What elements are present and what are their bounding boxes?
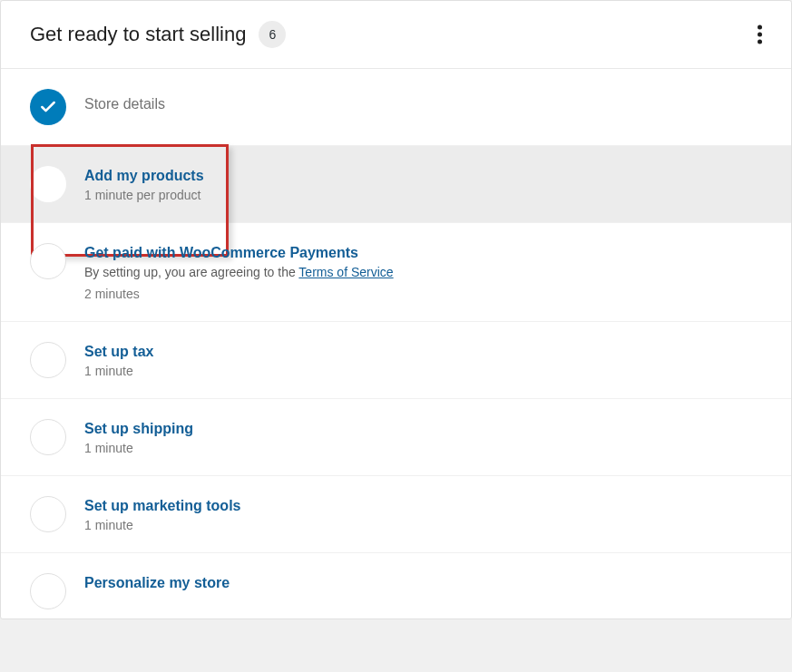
setup-tasks-card: Get ready to start selling 6 Store detai… — [0, 0, 792, 619]
task-title: Set up shipping — [84, 421, 762, 437]
terms-of-service-link[interactable]: Terms of Service — [298, 265, 393, 279]
task-count-badge: 6 — [259, 21, 286, 48]
task-status-pending — [30, 166, 66, 202]
task-meta: 2 minutes — [84, 287, 762, 301]
task-content: Set up shipping 1 minute — [84, 419, 762, 455]
task-content: Store details — [84, 89, 762, 116]
task-meta: 1 minute — [84, 364, 762, 378]
task-status-pending — [30, 419, 66, 455]
task-title: Personalize my store — [84, 575, 762, 591]
task-item-set-up-shipping[interactable]: Set up shipping 1 minute — [1, 399, 791, 476]
task-status-pending — [30, 342, 66, 378]
task-title: Set up tax — [84, 344, 762, 360]
task-title: Add my products — [84, 168, 762, 184]
task-title: Set up marketing tools — [84, 498, 762, 514]
task-status-done — [30, 89, 66, 125]
task-status-pending — [30, 573, 66, 609]
task-title: Store details — [84, 96, 762, 112]
task-item-store-details[interactable]: Store details — [1, 69, 791, 146]
task-description-text: By setting up, you are agreeing to the — [84, 265, 298, 279]
task-status-pending — [30, 496, 66, 532]
card-header: Get ready to start selling 6 — [1, 1, 791, 69]
task-item-marketing-tools[interactable]: Set up marketing tools 1 minute — [1, 476, 791, 553]
ellipsis-vertical-icon — [758, 25, 762, 30]
task-item-get-paid[interactable]: Get paid with WooCommerce Payments By se… — [1, 223, 791, 322]
task-title: Get paid with WooCommerce Payments — [84, 245, 762, 261]
task-item-personalize-store[interactable]: Personalize my store — [1, 553, 791, 618]
task-item-add-products[interactable]: Add my products 1 minute per product — [1, 146, 791, 223]
task-content: Personalize my store — [84, 573, 762, 595]
task-status-pending — [30, 243, 66, 279]
task-content: Set up marketing tools 1 minute — [84, 496, 762, 532]
task-item-set-up-tax[interactable]: Set up tax 1 minute — [1, 322, 791, 399]
card-title: Get ready to start selling — [30, 23, 246, 46]
task-meta: 1 minute — [84, 518, 762, 532]
more-options-button[interactable] — [750, 18, 769, 52]
task-meta: 1 minute — [84, 441, 762, 455]
task-content: Set up tax 1 minute — [84, 342, 762, 378]
task-content: Get paid with WooCommerce Payments By se… — [84, 243, 762, 301]
task-description: By setting up, you are agreeing to the T… — [84, 265, 762, 279]
task-list: Store details Add my products 1 minute p… — [1, 69, 791, 618]
task-content: Add my products 1 minute per product — [84, 166, 762, 202]
check-icon — [39, 98, 57, 116]
task-meta: 1 minute per product — [84, 188, 762, 202]
